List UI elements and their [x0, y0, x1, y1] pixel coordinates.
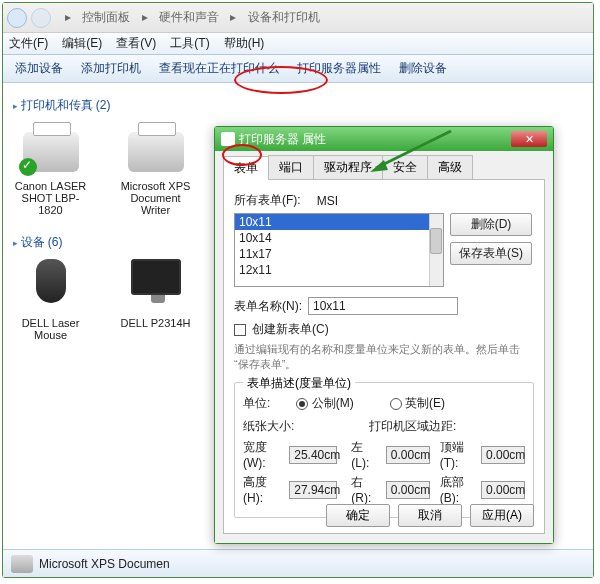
- menu-view[interactable]: 查看(V): [116, 35, 156, 52]
- left-input: 0.00cm: [386, 446, 430, 464]
- form-name-label: 表单名称(N):: [234, 298, 302, 315]
- width-label: 宽度(W):: [243, 439, 283, 470]
- top-input: 0.00cm: [481, 446, 525, 464]
- width-input: 25.40cm: [289, 446, 337, 464]
- list-item[interactable]: 10x14: [235, 230, 443, 246]
- paper-size-label: 纸张大小:: [243, 418, 313, 435]
- radio-metric-label: 公制(M): [312, 396, 354, 410]
- dialog-tabs: 表单 端口 驱动程序 安全 高级: [223, 155, 545, 180]
- right-label: 右(R):: [351, 474, 380, 505]
- breadcrumb-sep: ▸: [142, 10, 148, 24]
- menu-help[interactable]: 帮助(H): [224, 35, 265, 52]
- tb-add-printer[interactable]: 添加打印机: [75, 58, 147, 79]
- monitor-icon: [124, 259, 188, 313]
- group-legend: 表单描述(度量单位): [243, 375, 355, 392]
- height-label: 高度(H):: [243, 474, 283, 505]
- tb-add-device[interactable]: 添加设备: [9, 58, 69, 79]
- breadcrumb-mid[interactable]: 硬件和声音: [159, 10, 219, 24]
- forms-listbox[interactable]: 10x11 10x14 11x17 12x11: [234, 213, 444, 287]
- toolbar: 添加设备 添加打印机 查看现在正在打印什么 打印服务器属性 删除设备: [3, 55, 593, 83]
- form-desc-group: 表单描述(度量单位) 单位: 公制(M) 英制(E) 纸张大小: 打印机区域边距…: [234, 382, 534, 518]
- printer-icon: [124, 122, 188, 176]
- list-item[interactable]: 10x11: [235, 214, 443, 230]
- cancel-button[interactable]: 取消: [398, 504, 462, 527]
- breadcrumb-root[interactable]: 控制面板: [82, 10, 130, 24]
- all-forms-label: 所有表单(F):: [234, 192, 301, 209]
- create-new-label: 创建新表单(C): [252, 321, 329, 338]
- dialog-footer: 确定 取消 应用(A): [326, 504, 534, 527]
- breadcrumb-leaf[interactable]: 设备和打印机: [248, 10, 320, 24]
- radio-metric[interactable]: [296, 398, 308, 410]
- device-item-monitor[interactable]: DELL P2314H: [118, 259, 193, 353]
- radio-english-label: 英制(E): [405, 396, 445, 410]
- device-item-printer2[interactable]: Microsoft XPS Document Writer: [118, 122, 193, 216]
- breadcrumb-sep: ▸: [65, 10, 71, 24]
- tab-drivers[interactable]: 驱动程序: [313, 155, 383, 179]
- ok-button[interactable]: 确定: [326, 504, 390, 527]
- form-name-input[interactable]: 10x11: [308, 297, 458, 315]
- device-label: DELL Laser Mouse: [13, 317, 88, 341]
- tb-see-printing[interactable]: 查看现在正在打印什么: [153, 58, 285, 79]
- menu-bar: 文件(F) 编辑(E) 查看(V) 工具(T) 帮助(H): [3, 33, 593, 55]
- bottom-input: 0.00cm: [481, 481, 525, 499]
- dialog-titlebar[interactable]: 打印服务器 属性 ✕: [215, 127, 553, 151]
- status-bar: Microsoft XPS Documen: [3, 549, 593, 577]
- device-item-mouse[interactable]: DELL Laser Mouse: [13, 259, 88, 353]
- margins-label: 打印机区域边距:: [369, 418, 456, 435]
- nav-fwd-icon[interactable]: [31, 8, 51, 28]
- menu-edit[interactable]: 编辑(E): [62, 35, 102, 52]
- tab-forms[interactable]: 表单: [223, 156, 269, 180]
- device-label: Microsoft XPS Document Writer: [118, 180, 193, 216]
- device-item-printer1[interactable]: Canon LASER SHOT LBP-1820: [13, 122, 88, 216]
- dialog-body: 表单 端口 驱动程序 安全 高级 所有表单(F): MSI 10x11 10x1…: [215, 151, 553, 543]
- unit-label: 单位:: [243, 395, 270, 412]
- mouse-icon: [19, 259, 83, 313]
- breadcrumb[interactable]: ▸ 控制面板 ▸ 硬件和声音 ▸ 设备和打印机: [55, 7, 589, 28]
- save-form-button[interactable]: 保存表单(S): [450, 242, 532, 265]
- scrollbar[interactable]: [429, 214, 443, 286]
- radio-english[interactable]: [390, 398, 402, 410]
- server-name: MSI: [317, 194, 338, 208]
- dialog-title: 打印服务器 属性: [239, 131, 326, 148]
- print-server-dialog: 打印服务器 属性 ✕ 表单 端口 驱动程序 安全 高级 所有表单(F): MSI…: [214, 126, 554, 544]
- delete-button[interactable]: 删除(D): [450, 213, 532, 236]
- top-label: 顶端(T):: [440, 439, 475, 470]
- status-printer-icon: [11, 555, 33, 573]
- tab-ports[interactable]: 端口: [268, 155, 314, 179]
- tab-panel: 所有表单(F): MSI 10x11 10x14 11x17 12x11 删除(…: [223, 180, 545, 534]
- apply-button[interactable]: 应用(A): [470, 504, 534, 527]
- default-check-icon: [19, 158, 37, 176]
- device-label: DELL P2314H: [118, 317, 193, 329]
- device-label: Canon LASER SHOT LBP-1820: [13, 180, 88, 216]
- right-input: 0.00cm: [386, 481, 430, 499]
- tb-server-props[interactable]: 打印服务器属性: [291, 58, 387, 79]
- bottom-label: 底部(B):: [440, 474, 475, 505]
- menu-file[interactable]: 文件(F): [9, 35, 48, 52]
- breadcrumb-sep: ▸: [230, 10, 236, 24]
- create-new-checkbox[interactable]: [234, 324, 246, 336]
- close-icon[interactable]: ✕: [511, 131, 547, 147]
- address-bar[interactable]: ▸ 控制面板 ▸ 硬件和声音 ▸ 设备和打印机: [3, 3, 593, 33]
- create-hint: 通过编辑现有的名称和度量单位来定义新的表单。然后单击“保存表单”。: [234, 342, 534, 372]
- tab-advanced[interactable]: 高级: [427, 155, 473, 179]
- tab-security[interactable]: 安全: [382, 155, 428, 179]
- printer-icon: [19, 122, 83, 176]
- list-item[interactable]: 11x17: [235, 246, 443, 262]
- status-text: Microsoft XPS Documen: [39, 557, 170, 571]
- section-printers[interactable]: 打印机和传真 (2): [13, 97, 583, 114]
- nav-back-icon[interactable]: [7, 8, 27, 28]
- list-item[interactable]: 12x11: [235, 262, 443, 278]
- tb-remove-device[interactable]: 删除设备: [393, 58, 453, 79]
- menu-tools[interactable]: 工具(T): [170, 35, 209, 52]
- scrollbar-thumb[interactable]: [430, 228, 442, 254]
- height-input: 27.94cm: [289, 481, 337, 499]
- dialog-icon: [221, 132, 235, 146]
- left-label: 左(L):: [351, 439, 380, 470]
